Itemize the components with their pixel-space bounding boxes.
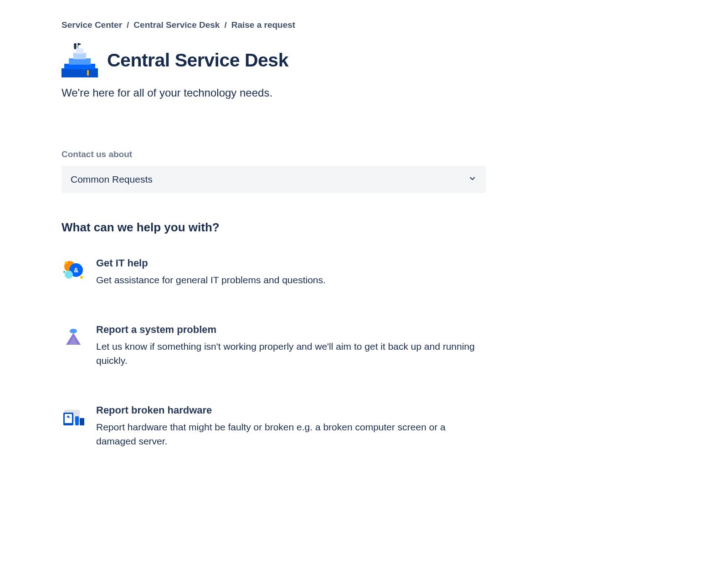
header: Central Service Desk <box>62 43 485 77</box>
svg-rect-3 <box>73 53 86 59</box>
svg-point-12 <box>65 271 73 279</box>
request-item-report-system-problem[interactable]: Report a system problem Let us know if s… <box>62 324 485 368</box>
request-description: Let us know if something isn't working p… <box>96 339 485 368</box>
svg-point-14 <box>65 261 67 264</box>
request-title: Report a system problem <box>96 324 485 336</box>
request-description: Report hardware that might be faulty or … <box>96 420 485 449</box>
svg-rect-21 <box>75 416 79 425</box>
contact-label: Contact us about <box>62 149 485 159</box>
breadcrumb-separator: / <box>224 20 226 30</box>
request-item-get-it-help[interactable]: & Get IT help Get assistance for general… <box>62 257 485 287</box>
svg-point-15 <box>80 276 83 279</box>
contact-category-dropdown[interactable]: Common Requests <box>62 166 486 193</box>
svg-rect-22 <box>80 418 84 425</box>
help-heading: What can we help you with? <box>62 220 485 235</box>
breadcrumb-item-raise-request[interactable]: Raise a request <box>231 20 295 30</box>
chevron-down-icon <box>468 174 477 184</box>
breadcrumb-item-service-center[interactable]: Service Center <box>62 20 122 30</box>
svg-rect-9 <box>87 70 89 76</box>
breadcrumb-item-central-service-desk[interactable]: Central Service Desk <box>133 20 220 30</box>
page-title: Central Service Desk <box>107 50 288 71</box>
request-title: Get IT help <box>96 257 485 269</box>
dropdown-selected-value: Common Requests <box>71 174 153 185</box>
svg-rect-6 <box>74 46 76 49</box>
devices-icon <box>62 404 85 428</box>
svg-rect-0 <box>62 68 98 77</box>
chat-help-icon: & <box>62 257 85 281</box>
request-title: Report broken hardware <box>96 404 485 416</box>
breadcrumb: Service Center / Central Service Desk / … <box>62 20 485 30</box>
breadcrumb-separator: / <box>127 20 129 30</box>
svg-rect-4 <box>76 48 83 54</box>
svg-point-17 <box>70 329 77 333</box>
svg-text:&: & <box>74 266 78 274</box>
request-item-report-broken-hardware[interactable]: Report broken hardware Report hardware t… <box>62 404 485 449</box>
svg-rect-2 <box>69 58 91 65</box>
page-tagline: We're here for all of your technology ne… <box>62 87 485 99</box>
svg-point-16 <box>63 271 65 273</box>
request-description: Get assistance for general IT problems a… <box>96 273 485 287</box>
system-alert-icon <box>62 324 85 347</box>
service-desk-logo-icon <box>62 43 98 77</box>
